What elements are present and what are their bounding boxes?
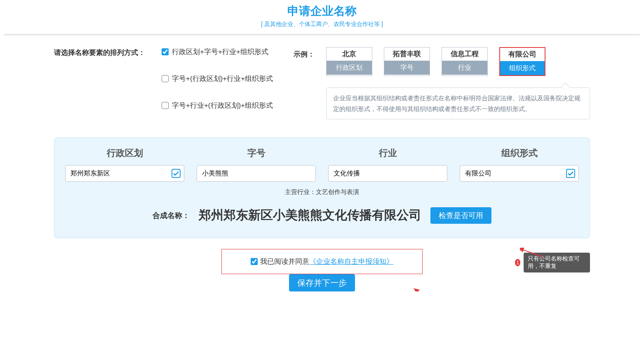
example-box-industry[interactable]: 信息工程 行业 [442,47,488,76]
example-box-orgform-top: 有限公司 [500,48,545,61]
example-box-industry-bottom: 行业 [442,61,487,75]
region-input[interactable] [65,165,184,182]
consent-link[interactable]: 《企业名称自主申报须知》 [309,257,393,266]
divider [4,34,640,36]
form-card: 行政区划 字号 行业 组织形式 [54,137,590,238]
picker-icon[interactable] [566,168,576,178]
annotation-1-badge: 1 [515,259,520,266]
example-boxes: 北京 行政区划 拓普丰联 字号 信息工程 行业 有限公司 组织形式 [326,47,590,76]
example-box-industry-top: 信息工程 [442,47,487,61]
arrange-option-2[interactable]: 字号+(行政区划)+行业+组织形式 [162,74,273,83]
arrange-option-1-label: 行政区划+字号+行业+组织形式 [172,47,268,57]
consent-text: 我已阅读并同意 [260,257,309,266]
example-box-tradename-top: 拓普丰联 [384,47,430,61]
sub-industry-label: 主营行业： [285,188,316,195]
region-label: 行政区划 [107,147,143,159]
sub-industry-value: 文艺创作与表演 [316,188,359,195]
example-box-orgform[interactable]: 有限公司 组织形式 [499,47,545,76]
picker-icon[interactable] [171,168,181,178]
arrange-option-1-checkbox[interactable] [162,48,169,55]
example-box-orgform-bottom: 组织形式 [500,61,545,75]
svg-rect-0 [172,169,180,178]
save-next-button[interactable]: 保存并下一步 [289,274,355,291]
example-box-region[interactable]: 北京 行政区划 [326,47,372,76]
arrange-option-3[interactable]: 字号+行业+(行政区划)+组织形式 [162,101,273,110]
consent-checkbox[interactable] [251,258,258,265]
orgform-label: 组织形式 [501,147,538,159]
page-subtitle: [ 及其他企业、个体工商户、农民专业合作社等 ] [0,21,644,28]
example-label: 示例： [294,47,315,128]
arrange-option-3-label: 字号+行业+(行政区划)+组织形式 [172,101,273,110]
example-box-region-top: 北京 [327,47,372,61]
example-box-tradename-bottom: 字号 [384,61,430,75]
compose-name: 郑州郑东新区小美熊熊文化传播有限公司 [199,207,421,224]
tradename-input[interactable] [197,165,316,182]
tradename-label: 字号 [247,147,266,159]
svg-rect-1 [566,169,575,178]
consent-box: 我已阅读并同意 《企业名称自主申报须知》 [221,249,423,274]
industry-input[interactable] [328,165,447,182]
arrange-label: 请选择名称要素的排列方式： [54,47,145,110]
example-box-region-bottom: 行政区划 [327,61,372,75]
arrange-options: 行政区划+字号+行业+组织形式 字号+(行政区划)+行业+组织形式 字号+行业+… [162,47,273,110]
industry-label: 行业 [379,147,397,159]
check-availability-button[interactable]: 检查是否可用 [430,207,491,224]
page-title: 申请企业名称 [0,3,644,19]
arrange-option-2-label: 字号+(行政区划)+行业+组织形式 [172,74,273,83]
example-box-tradename[interactable]: 拓普丰联 字号 [384,47,430,76]
arrange-option-3-checkbox[interactable] [162,102,169,109]
arrange-option-2-checkbox[interactable] [162,75,169,82]
compose-label: 合成名称： [153,211,190,220]
annotation-1-text: 只有公司名称检查可用，不重复 [524,253,590,272]
sub-industry: 主营行业：文艺创作与表演 [65,188,579,196]
info-box: 企业应当根据其组织结构或者责任形式在名称中标明符合国家法律、法规以及国务院决定规… [326,88,590,119]
arrange-option-1[interactable]: 行政区划+字号+行业+组织形式 [162,47,273,57]
orgform-input[interactable] [460,165,579,182]
annotation-1: 1 只有公司名称检查可用，不重复 [515,253,590,272]
